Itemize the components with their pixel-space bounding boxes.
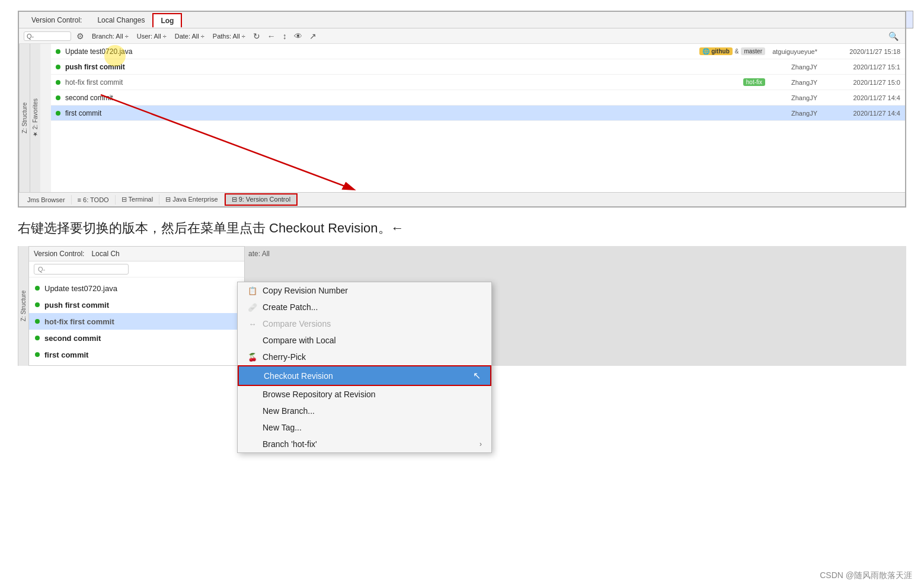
ctx-item-label: Browse Repository at Revision [263,390,482,399]
context-menu: 📋 Copy Revision Number 🩹 Create Patch...… [237,282,492,453]
ctx-new-branch[interactable]: New Branch... [238,403,491,419]
ctx-item-label: Compare with Local [263,336,482,345]
ctx-item-label: Checkout Revision [264,371,468,381]
commit-message: Update test0720.java [44,284,117,293]
compare-icon: ↔ [247,320,258,328]
top-tab-bar: Version Control: Local Changes Log [19,12,905,28]
panel-commit-list: Update test0720.java push first commit h… [29,277,244,365]
ctx-browse-repo[interactable]: Browse Repository at Revision [238,386,491,403]
list-item[interactable]: push first commit [29,296,244,313]
list-item[interactable]: second commit [29,330,244,346]
panel-tab-vc[interactable]: Version Control: [34,250,84,258]
list-item[interactable]: first commit [29,346,244,363]
list-item[interactable]: Update test0720.java [29,280,244,296]
table-row[interactable]: second commit ZhangJY 2020/11/27 14:4 [51,90,905,106]
nav-back-icon[interactable]: ← [266,31,277,42]
empty-area [51,121,905,192]
ctx-item-label: Copy Revision Number [263,286,482,295]
top-ide-panel: Version Control: Local Changes Log Q- ⚙ … [18,11,906,208]
export-icon[interactable]: ↗ [308,31,318,42]
commit-message: second commit [65,94,770,102]
side-label-favorites: ★ 2: Favorites [30,44,40,192]
commit-list: Update test0720.java 🌐 github & master a… [51,44,905,192]
commit-dot [35,352,40,357]
table-row[interactable]: push first commit ZhangJY 2020/11/27 15:… [51,59,905,75]
side-label-structure-top: Z: Structure [19,44,30,192]
panel-tab-local[interactable]: Local Ch [91,250,119,258]
commit-dot [56,111,60,116]
search-input[interactable]: Q- [24,31,71,41]
list-item[interactable]: hot-fix first commit [29,313,244,330]
ide-bottom-panel: Version Control: Local Ch Q- Update test… [28,246,245,366]
commit-dot [35,286,40,291]
copy-icon: 📋 [247,286,258,295]
toolbar-row: Q- ⚙ Branch: All ÷ User: All ÷ Date: All… [19,28,905,44]
panel-header: Version Control: Local Ch [29,247,244,261]
ctx-item-label: Branch 'hot-fix' [263,439,475,449]
commit-message: first commit [44,350,88,359]
table-row[interactable]: hot-fix first commit hot-fix ZhangJY 202… [51,75,905,90]
ctx-branch-hotfix[interactable]: Branch 'hot-fix' › [238,436,491,452]
commit-author: ZhangJY [770,94,817,101]
sort-icon[interactable]: ↕ [281,31,289,42]
tab-terminal[interactable]: ⊟ Terminal [116,194,159,205]
commit-message: hot-fix first commit [65,78,743,87]
refresh-icon[interactable]: ↻ [251,31,262,42]
table-row[interactable]: first commit ZhangJY 2020/11/27 14:4 [51,106,905,121]
commit-badges: hot-fix [743,78,765,86]
commit-author: ZhangJY [770,63,817,71]
cherry-pick-icon: 🍒 [247,353,258,362]
ctx-item-label: Cherry-Pick [263,352,482,362]
tab-java-enterprise[interactable]: ⊟ Java Enterprise [159,194,224,205]
tab-version-control[interactable]: Version Control: [24,13,89,27]
tab-jms-browser[interactable]: Jms Browser [21,195,72,205]
bottom-ide-section: Z: Structure Version Control: Local Ch Q… [18,246,906,366]
commit-message: push first commit [65,63,770,71]
tab-todo[interactable]: ≡ 6: TODO [72,195,116,205]
commit-date: 2020/11/27 14:4 [823,94,900,101]
commit-message: push first commit [44,301,109,310]
branch-filter[interactable]: Branch: All ÷ [89,32,131,40]
table-row[interactable]: Update test0720.java 🌐 github & master a… [51,44,905,59]
ctx-create-patch[interactable]: 🩹 Create Patch... [238,299,491,315]
date-filter[interactable]: Date: All ÷ [172,32,207,40]
submenu-arrow-icon: › [479,440,482,448]
ctx-copy-revision[interactable]: 📋 Copy Revision Number [238,282,491,299]
cursor: ↖ [473,370,481,381]
commit-dot [56,95,60,100]
tab-local-changes[interactable]: Local Changes [89,13,152,27]
tab-log[interactable]: Log [152,13,182,27]
settings-icon[interactable]: ⚙ [75,31,86,42]
search-right-icon[interactable]: 🔍 [887,31,900,42]
ctx-item-label: Compare Versions [263,319,482,328]
commit-date: 2020/11/27 14:4 [823,110,900,117]
paths-filter[interactable]: Paths: All ÷ [210,32,248,40]
bottom-tab-bar: Jms Browser ≡ 6: TODO ⊟ Terminal ⊟ Java … [19,192,905,206]
commit-badges: 🌐 github & master [699,47,765,55]
patch-icon: 🩹 [247,303,258,312]
commit-dot [35,302,40,307]
commit-message: hot-fix first commit [44,317,114,326]
ctx-compare-versions: ↔ Compare Versions [238,315,491,332]
ctx-item-label: New Branch... [263,406,482,416]
user-filter[interactable]: User: All ÷ [135,32,169,40]
ctx-compare-local[interactable]: Compare with Local [238,332,491,349]
commit-dot [35,336,40,340]
ctx-cherry-pick[interactable]: 🍒 Cherry-Pick [238,349,491,365]
commit-dot [56,65,60,69]
commit-dot [56,49,60,54]
commit-dot [56,80,60,85]
middle-text-section: 右键选择要切换的版本，然后在菜单里点击 Checkout Revision。← [0,208,924,246]
panel-search-box[interactable]: Q- [34,264,129,275]
ctx-checkout-revision[interactable]: Checkout Revision ↖ [238,365,491,386]
ctx-new-tag[interactable]: New Tag... [238,419,491,436]
commit-date: 2020/11/27 15:1 [823,63,900,71]
commit-message: first commit [65,109,770,117]
ctx-item-label: New Tag... [263,423,482,432]
eye-icon[interactable]: 👁 [292,31,304,42]
commit-author: ZhangJY [770,79,817,86]
commit-author: ZhangJY [770,110,817,117]
commit-dot [35,319,40,324]
ctx-item-label: Create Patch... [263,302,482,312]
tab-version-control-bottom[interactable]: ⊟ 9: Version Control [225,193,298,206]
